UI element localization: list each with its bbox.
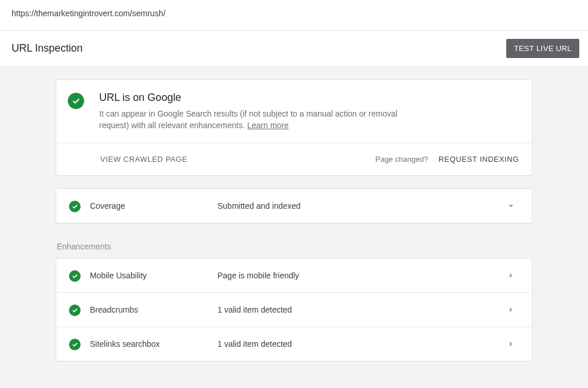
test-live-url-button[interactable]: TEST LIVE URL xyxy=(506,39,579,58)
request-indexing-button[interactable]: REQUEST INDEXING xyxy=(438,155,519,164)
enhancement-value: Page is mobile friendly xyxy=(217,271,505,280)
url-bar[interactable]: https://themarketingintrovert.com/semrus… xyxy=(0,0,588,31)
enhancement-label: Breadcrumbs xyxy=(90,305,217,314)
page-changed-label: Page changed? xyxy=(375,155,428,164)
status-card: URL is on Google It can appear in Google… xyxy=(56,79,532,176)
chevron-right-icon xyxy=(505,270,519,281)
check-icon xyxy=(68,93,84,109)
content-area: URL is on Google It can appear in Google… xyxy=(0,67,588,388)
learn-more-link[interactable]: Learn more xyxy=(247,121,289,130)
enhancement-value: 1 valid item detected xyxy=(217,305,505,314)
enhancement-label: Mobile Usability xyxy=(90,271,217,280)
enhancement-row-sitelinks-searchbox[interactable]: Sitelinks searchbox 1 valid item detecte… xyxy=(56,327,532,361)
chevron-right-icon xyxy=(505,304,519,316)
check-icon xyxy=(69,270,81,282)
enhancement-row-mobile-usability[interactable]: Mobile Usability Page is mobile friendly xyxy=(56,259,532,292)
coverage-label: Coverage xyxy=(90,201,217,211)
check-icon xyxy=(69,304,81,316)
enhancement-label: Sitelinks searchbox xyxy=(90,339,217,349)
status-actions: VIEW CRAWLED PAGE Page changed? REQUEST … xyxy=(56,143,532,175)
page-title: URL Inspection xyxy=(12,42,82,55)
header-bar: URL Inspection TEST LIVE URL xyxy=(0,31,588,67)
enhancements-section-label: Enhancements xyxy=(57,242,532,251)
enhancement-row-breadcrumbs[interactable]: Breadcrumbs 1 valid item detected xyxy=(56,292,532,327)
check-icon xyxy=(69,339,81,350)
enhancements-card: Mobile Usability Page is mobile friendly… xyxy=(56,258,532,361)
enhancement-value: 1 valid item detected xyxy=(217,339,505,349)
coverage-card[interactable]: Coverage Submitted and indexed xyxy=(56,188,532,223)
view-crawled-page-button[interactable]: VIEW CRAWLED PAGE xyxy=(100,155,187,164)
chevron-right-icon xyxy=(505,338,519,350)
check-icon xyxy=(69,201,81,212)
coverage-value: Submitted and indexed xyxy=(217,201,505,211)
status-title: URL is on Google xyxy=(99,92,412,104)
chevron-down-icon xyxy=(505,200,519,212)
status-description: It can appear in Google Search results (… xyxy=(99,108,412,131)
